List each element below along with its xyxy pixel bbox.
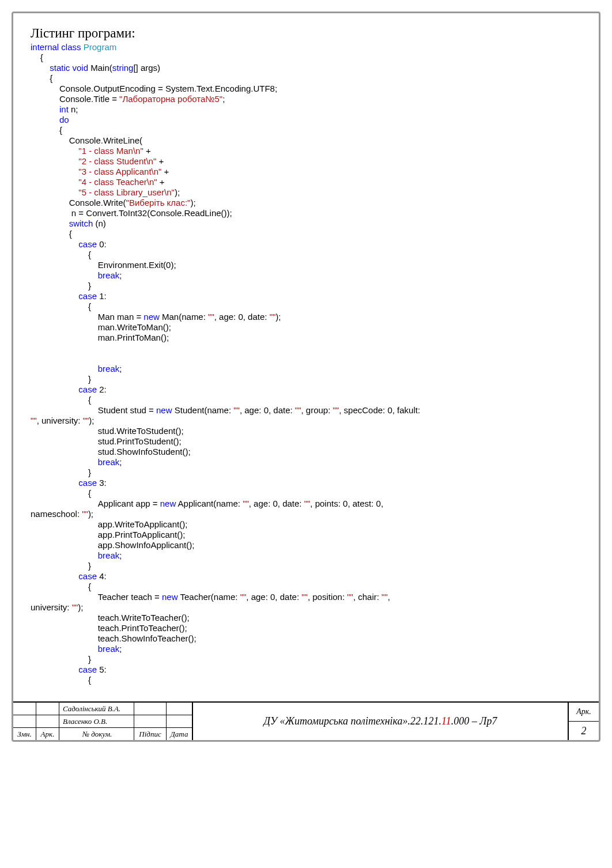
name-cell-2: Власенко О.В. (59, 715, 134, 728)
document-page: Лістинг програми: internal class Program… (12, 12, 600, 742)
cell-empty (13, 703, 36, 715)
cell-empty (36, 715, 59, 728)
cell-empty (134, 715, 167, 728)
cell-empty (167, 715, 192, 728)
title-block-row-headers: Змн. Арк. № докум. Підпис Дата (13, 728, 192, 740)
title-block-row-2: Власенко О.В. (13, 715, 192, 728)
cell-empty (13, 715, 36, 728)
content-area: Лістинг програми: internal class Program… (13, 26, 599, 701)
header-docnum: № докум. (59, 728, 134, 740)
title-block: Садолінський В.А. Власенко О.В. Змн. Арк… (13, 701, 599, 740)
title-block-row-1: Садолінський В.А. (13, 703, 192, 715)
page-number: 2 (569, 722, 599, 740)
ark-label: Арк. (569, 703, 599, 722)
header-zmn: Змн. (13, 728, 36, 740)
cell-empty (36, 703, 59, 715)
header-data: Дата (167, 728, 192, 740)
cell-empty (167, 703, 192, 715)
listing-heading: Лістинг програми: (31, 26, 593, 41)
name-cell-1: Садолінський В.А. (59, 703, 134, 715)
title-block-center: ДУ «Житомирська політехніка».22.121.11.0… (193, 703, 569, 740)
header-pidpys: Підпис (134, 728, 167, 740)
header-ark: Арк. (36, 728, 59, 740)
title-block-left: Садолінський В.А. Власенко О.В. Змн. Арк… (13, 703, 193, 740)
code-listing: internal class Program { static void Mai… (31, 42, 593, 696)
cell-empty (134, 703, 167, 715)
title-block-right: Арк. 2 (569, 703, 599, 740)
